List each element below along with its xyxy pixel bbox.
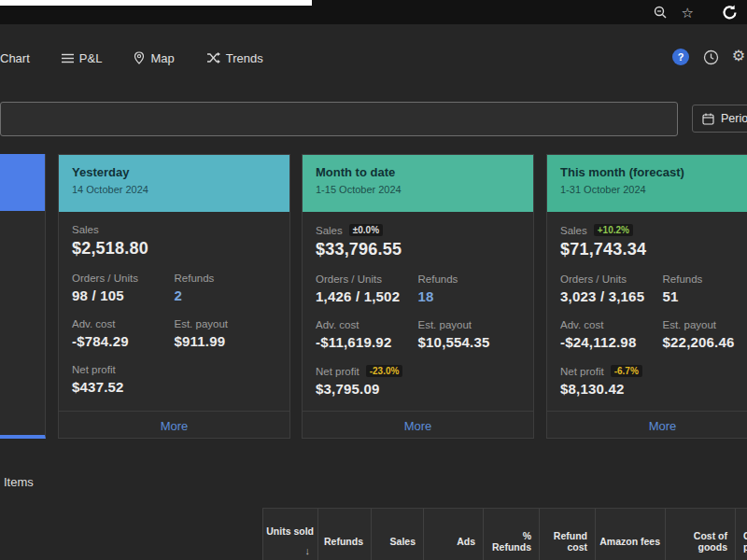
sync-refresh-icon[interactable] bbox=[722, 5, 738, 21]
est-payout-value: $911.99 bbox=[175, 333, 277, 349]
net-profit-label: Net profit bbox=[560, 366, 604, 377]
net-profit-label: Net profit bbox=[72, 364, 116, 375]
adv-cost-label: Adv. cost bbox=[72, 318, 175, 329]
orders-units-value: 3,023 / 3,165 bbox=[560, 288, 663, 304]
orders-units-value: 1,426 / 1,502 bbox=[316, 288, 418, 304]
map-pin-icon bbox=[134, 51, 145, 64]
est-payout-value: $22,206.46 bbox=[663, 334, 747, 350]
more-link[interactable]: More bbox=[161, 419, 189, 433]
period-button-label: Period bbox=[721, 112, 747, 125]
adv-cost-label: Adv. cost bbox=[316, 319, 418, 330]
sales-value: $33,796.55 bbox=[316, 240, 520, 259]
orders-units-label: Orders / Units bbox=[560, 273, 663, 285]
column-header-label: Ads bbox=[457, 536, 475, 547]
list-icon bbox=[62, 53, 74, 63]
history-clock-icon[interactable] bbox=[703, 49, 719, 65]
browser-tab-strip bbox=[0, 0, 312, 6]
adv-cost-value: -$11,619.92 bbox=[316, 334, 418, 350]
card-subtitle: 1-31 October 2024 bbox=[560, 184, 747, 195]
column-header-units-sold[interactable]: Units sold ↓ bbox=[262, 509, 317, 560]
nav-item-pnl[interactable]: P&L bbox=[62, 51, 103, 65]
column-header-refund-cost[interactable]: Refund cost bbox=[539, 509, 595, 560]
net-profit-label: Net profit bbox=[316, 366, 359, 377]
browser-icons: ☆ bbox=[654, 0, 738, 24]
nav-item-label: Map bbox=[150, 51, 174, 65]
refunds-value: 51 bbox=[663, 288, 747, 304]
sales-label: Sales bbox=[72, 224, 99, 235]
orders-units-value: 98 / 105 bbox=[72, 287, 175, 303]
net-profit-change-badge: -6.7% bbox=[611, 365, 642, 377]
sort-descending-icon: ↓ bbox=[305, 545, 311, 556]
column-header-label: Refunds bbox=[324, 536, 363, 547]
net-profit-change-badge: -23.0% bbox=[366, 365, 403, 377]
orders-units-label: Orders / Units bbox=[316, 273, 418, 285]
trends-shuffle-icon bbox=[206, 52, 220, 63]
column-header-pct-refunds[interactable]: % Refunds bbox=[483, 509, 539, 560]
sales-value: $71,743.34 bbox=[560, 240, 747, 259]
net-profit-value: $3,795.09 bbox=[316, 381, 520, 397]
card-title: This month (forecast) bbox=[560, 165, 747, 179]
card-body: Sales ±0.0% $33,796.55 Orders / Units 1,… bbox=[303, 212, 533, 439]
card-body: Sales +10.2% $71,743.34 Orders / Units 3… bbox=[547, 212, 747, 439]
card-header: Yesterday 14 October 2024 bbox=[59, 155, 289, 212]
sales-label: Sales bbox=[316, 225, 343, 236]
refunds-label: Refunds bbox=[175, 273, 277, 284]
column-header-sales[interactable]: Sales bbox=[371, 509, 423, 560]
card-header: This month (forecast) 1-31 October 2024 bbox=[547, 155, 747, 212]
filter-search-input[interactable] bbox=[0, 102, 678, 136]
card-today-partial[interactable] bbox=[0, 154, 46, 439]
column-header-label: Cost of goods bbox=[673, 530, 727, 553]
card-subtitle: 1-15 October 2024 bbox=[316, 184, 520, 195]
card-subtitle: 14 October 2024 bbox=[72, 184, 276, 195]
items-table-header: Units sold ↓ Refunds Sales Ads % Refunds… bbox=[262, 508, 747, 560]
column-header-ads[interactable]: Ads bbox=[423, 509, 483, 560]
nav-item-label: Trends bbox=[226, 51, 263, 65]
est-payout-label: Est. payout bbox=[175, 318, 277, 329]
refunds-label: Refunds bbox=[418, 273, 521, 285]
card-month-to-date: Month to date 1-15 October 2024 Sales ±0… bbox=[302, 154, 534, 439]
column-header-label: Sales bbox=[390, 536, 416, 547]
more-link[interactable]: More bbox=[404, 419, 432, 433]
nav-item-trends[interactable]: Trends bbox=[206, 51, 263, 65]
column-header-cost-of-goods[interactable]: Cost of goods bbox=[665, 509, 735, 560]
card-title: Month to date bbox=[316, 165, 520, 179]
adv-cost-label: Adv. cost bbox=[560, 319, 663, 330]
more-link[interactable]: More bbox=[649, 419, 677, 433]
app-nav: Chart P&L Map bbox=[0, 41, 747, 75]
app-screen: ☆ Chart P&L bbox=[0, 0, 747, 560]
sales-change-badge: ±0.0% bbox=[349, 224, 383, 236]
card-title: Yesterday bbox=[72, 165, 276, 179]
zoom-out-icon[interactable] bbox=[654, 6, 667, 19]
est-payout-label: Est. payout bbox=[663, 319, 747, 330]
sales-label: Sales bbox=[560, 225, 587, 236]
column-header-label: Gross profit bbox=[743, 530, 747, 553]
period-button[interactable]: Period bbox=[692, 105, 747, 133]
column-header-label: % Refunds bbox=[491, 530, 531, 553]
nav-item-label: P&L bbox=[79, 51, 103, 65]
more-row: More bbox=[547, 411, 747, 439]
more-row: More bbox=[303, 411, 533, 439]
orders-units-label: Orders / Units bbox=[72, 273, 175, 284]
refunds-value-link[interactable]: 2 bbox=[175, 287, 277, 303]
sales-change-badge: +10.2% bbox=[594, 224, 633, 236]
refunds-value-link[interactable]: 18 bbox=[418, 288, 521, 304]
help-icon[interactable]: ? bbox=[672, 49, 689, 65]
column-header-label: Amazon fees bbox=[599, 536, 660, 547]
adv-cost-value: -$784.29 bbox=[72, 333, 175, 349]
net-profit-value: $437.52 bbox=[72, 379, 276, 395]
items-section-title: Items bbox=[4, 475, 34, 489]
refunds-label: Refunds bbox=[663, 273, 747, 285]
nav-item-chart[interactable]: Chart bbox=[0, 51, 30, 65]
column-header-gross-profit[interactable]: Gross profit bbox=[735, 509, 747, 560]
card-this-month-forecast: This month (forecast) 1-31 October 2024 … bbox=[546, 154, 747, 439]
card-header: Month to date 1-15 October 2024 bbox=[303, 155, 533, 212]
column-header-refunds[interactable]: Refunds bbox=[317, 509, 371, 560]
nav-item-map[interactable]: Map bbox=[134, 51, 174, 65]
card-yesterday: Yesterday 14 October 2024 Sales $2,518.8… bbox=[58, 154, 290, 439]
bookmark-star-icon[interactable]: ☆ bbox=[682, 6, 694, 20]
adv-cost-value: -$24,112.98 bbox=[560, 334, 663, 350]
column-header-amazon-fees[interactable]: Amazon fees bbox=[595, 509, 665, 560]
settings-gear-icon[interactable]: ⚙ bbox=[732, 47, 745, 64]
net-profit-value: $8,130.42 bbox=[560, 381, 747, 397]
card-body: Sales $2,518.80 Orders / Units 98 / 105 … bbox=[59, 212, 289, 439]
